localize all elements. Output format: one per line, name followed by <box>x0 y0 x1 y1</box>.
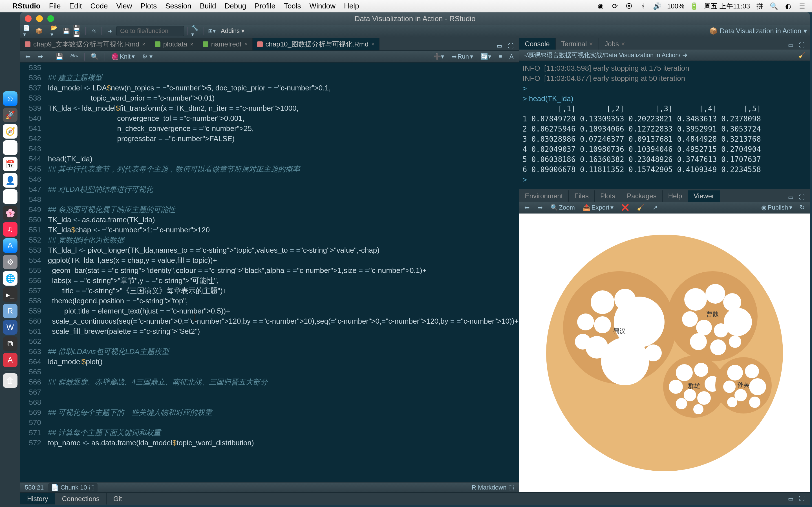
dock-safari[interactable]: 🧭 <box>3 124 17 138</box>
help-tab[interactable]: Help <box>663 190 688 202</box>
maximize-pane-icon[interactable]: ⛶ <box>797 494 806 503</box>
open-file-button[interactable]: 📂▾ <box>50 26 59 36</box>
clear-all-button[interactable]: 🧹 <box>635 203 647 212</box>
plots-tab[interactable]: Plots <box>595 190 621 202</box>
menu-window[interactable]: Window <box>310 2 336 10</box>
addins-menu[interactable]: Addins ▾ <box>218 27 247 35</box>
maximize-pane-icon[interactable]: ⛶ <box>797 193 806 202</box>
close-tab-icon[interactable]: × <box>190 41 193 48</box>
menu-help[interactable]: Help <box>344 2 359 10</box>
console-output[interactable]: INFO [11:03:03.598] early stopping at 17… <box>519 61 810 189</box>
window-maximize-button[interactable] <box>47 15 54 22</box>
dock-chrome[interactable]: 🌐 <box>3 271 17 286</box>
dock-calendar[interactable]: 📅 <box>3 157 17 171</box>
file-type-selector[interactable]: R Markdown ⬚ <box>472 484 514 491</box>
run-button[interactable]: ➡ Run ▾ <box>449 52 475 61</box>
zoom-button[interactable]: 🔍 Zoom <box>548 203 577 212</box>
minimize-pane-icon[interactable]: ▭ <box>786 193 795 202</box>
minimize-pane-icon[interactable]: ▭ <box>786 41 795 50</box>
window-close-button[interactable] <box>25 15 32 22</box>
menu-profile[interactable]: Profile <box>255 2 275 10</box>
outline-button[interactable]: ≡ <box>496 52 504 61</box>
knit-button[interactable]: 🧶 Knit ▾ <box>109 52 137 61</box>
build-button[interactable]: 🔧▾ <box>191 26 200 36</box>
insert-chunk-button[interactable]: ➕▾ <box>431 52 446 61</box>
connections-tab[interactable]: Connections <box>55 493 107 504</box>
viewer-tab[interactable]: Viewer <box>688 190 720 202</box>
publish-button[interactable]: ◉ Publish ▾ <box>759 203 795 212</box>
dock-rstudio[interactable]: R <box>3 304 17 318</box>
chunk-selector[interactable]: 📄 Chunk 10 ⬚ <box>48 483 97 492</box>
dock-music[interactable]: ♫ <box>3 222 17 237</box>
input-source-icon[interactable]: 拼 <box>756 2 764 10</box>
grid-button[interactable]: ⊞▾ <box>207 26 216 36</box>
find-button[interactable]: 🔍 <box>89 52 101 61</box>
window-titlebar[interactable]: Data Visualization in Action - RStudio <box>20 12 810 25</box>
rerun-button[interactable]: 🔄▾ <box>478 52 493 61</box>
project-selector[interactable]: 📦 Data Visualization in Action ▾ <box>709 27 807 35</box>
viewer-content[interactable]: 蜀汉 <box>519 214 810 492</box>
notification-center-icon[interactable]: ☰ <box>798 2 806 10</box>
viewer-forward-button[interactable]: ➡ <box>535 203 545 212</box>
battery-percent[interactable]: 100% <box>667 2 684 10</box>
dock-acrobat[interactable]: A <box>3 353 17 367</box>
dock-reminders[interactable]: ☑ <box>3 189 17 204</box>
dock-trash[interactable]: 🗑 <box>3 373 17 388</box>
dock-vscode[interactable]: ⧉ <box>3 336 17 351</box>
dock-terminal[interactable]: ▸_ <box>3 287 17 302</box>
close-tab-icon[interactable]: × <box>245 41 248 48</box>
bluetooth-icon[interactable]: ᚼ <box>639 2 647 10</box>
menu-edit[interactable]: Edit <box>69 2 82 10</box>
viewer-back-button[interactable]: ⬅ <box>522 203 532 212</box>
save-all-button[interactable]: 💾💾 <box>73 26 82 36</box>
console-tab[interactable]: Console <box>519 38 556 50</box>
refresh-button[interactable]: ↻ <box>797 203 807 212</box>
dock-finder[interactable]: ☺ <box>3 91 17 106</box>
close-tab-icon[interactable]: × <box>371 41 375 48</box>
menubar-datetime[interactable]: 周五 上午11:03 <box>704 2 750 11</box>
export-button[interactable]: 📤 Export ▾ <box>580 203 616 212</box>
environment-tab[interactable]: Environment <box>519 190 569 202</box>
dock-settings[interactable]: ⚙ <box>3 255 17 269</box>
popout-button[interactable]: ↗ <box>650 203 660 212</box>
menu-code[interactable]: Code <box>90 2 108 10</box>
dock-launchpad[interactable]: 🚀 <box>3 108 17 122</box>
dock-photos[interactable]: 🌸 <box>3 206 17 220</box>
code-content[interactable]: ## 建立主题模型lda_model <- LDA$new(n_topics =… <box>46 62 519 482</box>
menubar-app-name[interactable]: RStudio <box>12 2 41 10</box>
wifi-icon[interactable]: ⦿ <box>625 2 633 10</box>
menu-plots[interactable]: Plots <box>140 2 157 10</box>
files-tab[interactable]: Files <box>569 190 595 202</box>
window-minimize-button[interactable] <box>36 15 43 22</box>
siri-icon[interactable]: ◐ <box>784 2 792 10</box>
settings-gear-button[interactable]: ⚙ ▾ <box>140 52 155 61</box>
menu-build[interactable]: Build <box>200 2 216 10</box>
editor-tab[interactable]: chap10_图数据分析与可视化.Rmd × <box>253 38 379 50</box>
maximize-pane-icon[interactable]: ⛶ <box>506 41 515 50</box>
editor-tab[interactable]: plotdata × <box>150 38 198 50</box>
spotlight-icon[interactable]: 🔍 <box>770 2 778 10</box>
dock-word[interactable]: W <box>3 320 17 335</box>
menu-file[interactable]: File <box>49 2 61 10</box>
spellcheck-button[interactable]: ᴬᴮᶜ <box>68 52 80 61</box>
minimize-pane-icon[interactable]: ▭ <box>786 494 795 503</box>
dock-contacts[interactable]: 👤 <box>3 173 17 187</box>
jobs-tab[interactable]: Jobs × <box>599 38 631 50</box>
new-project-button[interactable]: 📦 <box>35 26 43 36</box>
back-button[interactable]: ⬅ <box>23 52 33 61</box>
sync-icon[interactable]: ⟳ <box>611 2 619 10</box>
print-button[interactable]: 🖨 <box>89 26 98 36</box>
menu-session[interactable]: Session <box>165 2 192 10</box>
goto-file-input[interactable] <box>116 26 184 36</box>
forward-button[interactable]: ➡ <box>36 52 45 61</box>
record-icon[interactable]: ◉ <box>597 2 605 10</box>
volume-icon[interactable]: 🔊 <box>653 2 661 10</box>
editor-tab[interactable]: namefredf × <box>198 38 253 50</box>
remove-plot-button[interactable]: ❌ <box>619 203 631 212</box>
packages-tab[interactable]: Packages <box>621 190 662 202</box>
editor-tab[interactable]: chap9_文本数据分析与可视化.Rmd × <box>20 38 150 50</box>
dock-mail[interactable]: ✉ <box>3 140 17 155</box>
save-button[interactable]: 💾 <box>62 26 71 36</box>
menu-tools[interactable]: Tools <box>284 2 301 10</box>
code-editor[interactable]: 5355365375385395405415425435445455465475… <box>20 62 519 482</box>
